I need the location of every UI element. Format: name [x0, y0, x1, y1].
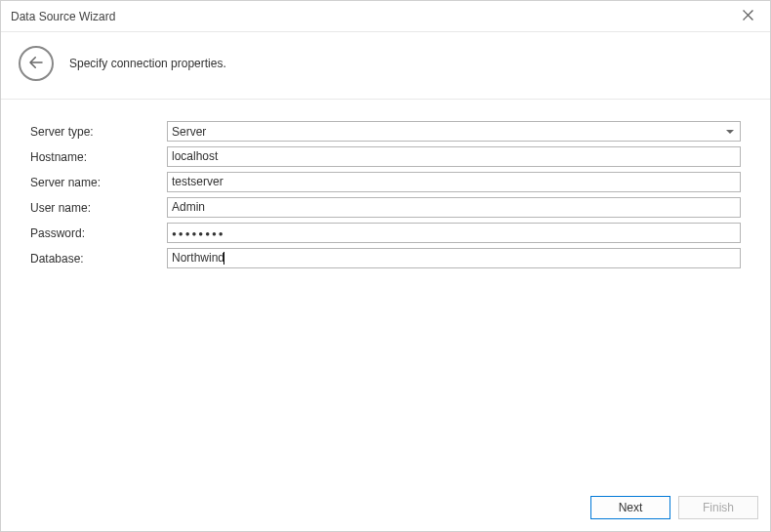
label-user-name: User name: [30, 201, 167, 215]
server-type-dropdown[interactable]: Server [167, 121, 741, 142]
row-database: Database: Northwind [30, 248, 741, 268]
database-input[interactable]: Northwind [167, 248, 741, 268]
hostname-input[interactable]: localhost [167, 146, 741, 167]
label-database: Database: [30, 252, 167, 266]
finish-button: Finish [678, 496, 758, 519]
arrow-left-icon [27, 54, 45, 74]
server-type-value: Server [172, 125, 206, 139]
row-user-name: User name: Admin [30, 197, 741, 218]
server-name-input[interactable]: testserver [167, 172, 741, 192]
back-button[interactable] [19, 46, 54, 81]
database-value: Northwind [172, 251, 224, 265]
title-bar: Data Source Wizard [1, 1, 770, 32]
row-server-name: Server name: testserver [30, 172, 741, 192]
page-subtitle: Specify connection properties. [69, 57, 226, 70]
row-hostname: Hostname: localhost [30, 146, 741, 167]
label-password: Password: [30, 226, 167, 240]
label-server-name: Server name: [30, 176, 167, 189]
row-server-type: Server type: Server [30, 121, 741, 142]
user-name-input[interactable]: Admin [167, 197, 741, 218]
text-caret [223, 252, 224, 265]
row-password: Password: ●●●●●●●● [30, 223, 741, 243]
wizard-header: Specify connection properties. [1, 32, 770, 100]
close-icon [743, 10, 753, 23]
label-server-type: Server type: [30, 125, 167, 139]
wizard-footer: Next Finish [1, 486, 770, 531]
close-button[interactable] [733, 5, 762, 28]
connection-form: Server type: Server Hostname: localhost … [1, 100, 770, 268]
password-input[interactable]: ●●●●●●●● [167, 223, 741, 243]
window-title: Data Source Wizard [11, 10, 115, 23]
chevron-down-icon [726, 130, 734, 134]
label-hostname: Hostname: [30, 150, 167, 164]
next-button[interactable]: Next [590, 496, 670, 519]
